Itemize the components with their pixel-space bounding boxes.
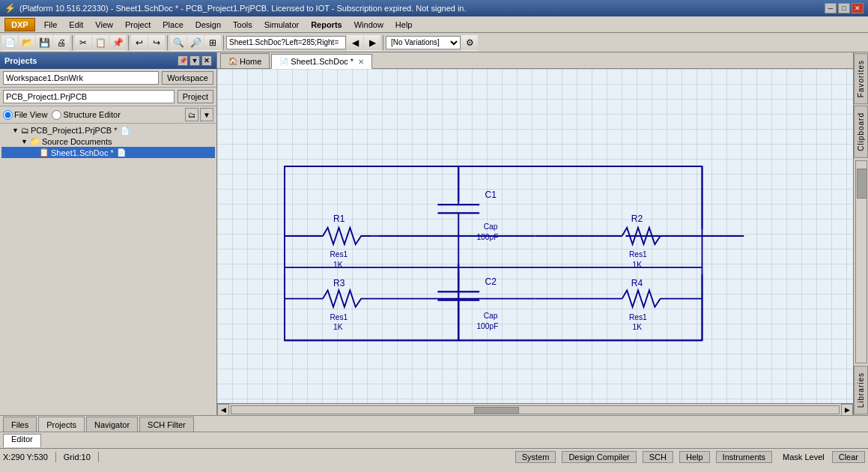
project-row: Project (0, 88, 216, 106)
nav-back-btn[interactable]: ◀ (347, 34, 363, 51)
menu-design[interactable]: Design (189, 19, 227, 31)
folder-icon: 📁 (30, 136, 40, 146)
schematic-tab-icon: 📄 (279, 58, 288, 66)
svg-text:R4: R4 (631, 278, 643, 288)
menu-tools[interactable]: Tools (227, 19, 258, 31)
workspace-input[interactable] (3, 71, 159, 85)
tree-source-docs-node[interactable]: ▼ 📁 Source Documents (1, 136, 215, 147)
view-mode-row: File View Structure Editor 🗂 ▼ (0, 106, 216, 124)
tab-close-btn[interactable]: ✕ (358, 58, 364, 66)
undo-btn[interactable]: ↩ (131, 34, 148, 51)
minimize-button[interactable]: ─ (825, 3, 837, 13)
redo-btn[interactable]: ↪ (148, 34, 165, 51)
right-scroll-thumb (857, 169, 867, 199)
tab-sheet[interactable]: 📄 Sheet1.SchDoc * ✕ (271, 54, 372, 69)
menu-project[interactable]: Project (119, 19, 157, 31)
btab-navigator[interactable]: Navigator (86, 417, 138, 432)
variations-settings-btn[interactable]: ⚙ (461, 34, 478, 51)
clipboard-tab[interactable]: Clipboard (854, 106, 868, 158)
favorites-tab[interactable]: Favorites (854, 53, 868, 104)
clear-button[interactable]: Clear (832, 451, 865, 463)
toolbar-main: 📄 📂 💾 🖨 ✂ 📋 📌 ↩ ↪ 🔍 🔎 ⊞ ◀ ▶ [No Variatio… (0, 33, 868, 52)
design-compiler-btn[interactable]: Design Compiler (562, 451, 636, 463)
tree-sheet-node[interactable]: 📋 Sheet1.SchDoc * 📄 (1, 147, 215, 158)
schematic-canvas[interactable]: R1 Res1 1K C1 Cap 100pF (217, 69, 853, 403)
schematic-svg: R1 Res1 1K C1 Cap 100pF (217, 69, 853, 403)
paste-btn[interactable]: 📌 (109, 34, 126, 51)
panel-header-controls: 📌 ▼ ✕ (177, 55, 212, 66)
scroll-left-btn[interactable]: ◀ (217, 404, 229, 416)
project-icon: 🗂 (21, 126, 29, 135)
right-scrollbar[interactable] (855, 160, 867, 363)
dxp-button[interactable]: DXP (4, 18, 35, 31)
sep2 (128, 35, 129, 50)
open-btn[interactable]: 📂 (19, 34, 35, 51)
location-input[interactable] (226, 36, 346, 49)
maximize-button[interactable]: □ (838, 3, 850, 13)
menu-help[interactable]: Help (389, 19, 419, 31)
panel-menu-btn[interactable]: ▼ (189, 55, 200, 66)
btab-files[interactable]: Files (3, 417, 37, 432)
system-status-btn[interactable]: System (515, 451, 556, 463)
svg-text:C1: C1 (485, 190, 497, 200)
menu-simulator[interactable]: Simulator (258, 19, 305, 31)
schematic-icon: 📋 (39, 148, 49, 157)
right-sidebar: Favorites Clipboard Libraries (853, 52, 868, 415)
cut-btn[interactable]: ✂ (75, 34, 91, 51)
editor-tab[interactable]: Editor (3, 434, 41, 447)
structure-editor-radio[interactable] (52, 110, 61, 120)
help-btn[interactable]: Help (679, 451, 710, 463)
svg-text:100pF: 100pF (476, 233, 498, 241)
view-icon-1[interactable]: 🗂 (185, 108, 198, 121)
svg-text:Res1: Res1 (330, 250, 347, 258)
menu-view[interactable]: View (89, 19, 119, 31)
new-btn[interactable]: 📄 (1, 34, 18, 51)
menu-file[interactable]: File (38, 19, 64, 31)
horizontal-scroll-track[interactable] (231, 405, 840, 414)
file-view-radio[interactable] (3, 110, 13, 120)
panel-close-btn[interactable]: ✕ (201, 55, 212, 66)
tab-home[interactable]: 🏠 Home (220, 53, 270, 68)
svg-text:100pF: 100pF (476, 322, 498, 330)
mask-level-btn[interactable]: Mask Level (783, 453, 825, 462)
svg-text:Cap: Cap (484, 223, 498, 231)
project-input[interactable] (3, 90, 174, 103)
source-docs-label: Source Documents (42, 137, 112, 146)
instruments-btn[interactable]: Instruments (716, 451, 772, 463)
modified-indicator: 📄 (121, 127, 130, 135)
copy-btn[interactable]: 📋 (92, 34, 109, 51)
tree-project-node[interactable]: ▼ 🗂 PCB_Project1.PrjPCB * 📄 (1, 125, 215, 136)
sep1 (72, 35, 73, 50)
scroll-right-btn[interactable]: ▶ (841, 404, 853, 416)
btab-projects[interactable]: Projects (38, 417, 85, 432)
menu-reports[interactable]: Reports (305, 19, 348, 31)
view-icon-2[interactable]: ▼ (200, 108, 213, 121)
menu-place[interactable]: Place (157, 19, 189, 31)
menu-window[interactable]: Window (348, 19, 389, 31)
sch-btn[interactable]: SCH (643, 451, 673, 463)
svg-text:R1: R1 (333, 214, 345, 224)
horizontal-scroll-thumb[interactable] (474, 407, 519, 414)
menu-edit[interactable]: Edit (63, 19, 89, 31)
file-view-label[interactable]: File View (3, 110, 47, 120)
close-button[interactable]: ✕ (852, 3, 864, 13)
zoom-out-btn[interactable]: 🔎 (187, 34, 204, 51)
panel-pin-btn[interactable]: 📌 (177, 55, 188, 66)
structure-editor-label[interactable]: Structure Editor (52, 110, 120, 120)
variations-dropdown[interactable]: [No Variations] (386, 36, 461, 49)
fit-btn[interactable]: ⊞ (204, 34, 221, 51)
btab-sch-filter[interactable]: SCH Filter (139, 417, 194, 432)
print-btn[interactable]: 🖨 (53, 34, 70, 51)
zoom-in-btn[interactable]: 🔍 (170, 34, 186, 51)
libraries-tab[interactable]: Libraries (854, 366, 868, 414)
title-bar: ⚡ (Platform 10.516.22330) - Sheet1.SchDo… (0, 0, 868, 16)
projects-panel-header: Projects 📌 ▼ ✕ (0, 52, 216, 69)
bottom-scrollbar: ◀ ▶ (217, 403, 853, 415)
nav-fwd-btn[interactable]: ▶ (364, 34, 380, 51)
project-button[interactable]: Project (177, 90, 213, 103)
window-controls: ─ □ ✕ (825, 3, 864, 13)
svg-text:1K: 1K (633, 323, 643, 331)
save-btn[interactable]: 💾 (36, 34, 52, 51)
workspace-button[interactable]: Workspace (162, 71, 213, 85)
bottom-tab-bar: Files Projects Navigator SCH Filter (0, 415, 868, 432)
